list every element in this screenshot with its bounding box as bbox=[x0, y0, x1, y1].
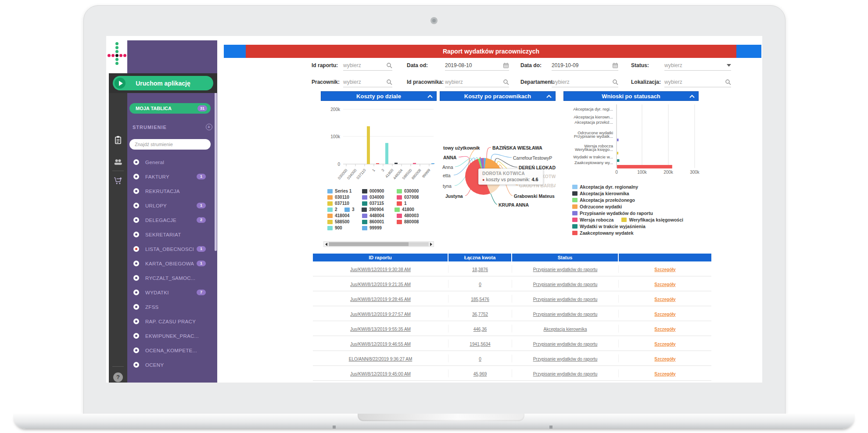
run-app-button[interactable]: Uruchom aplikację bbox=[113, 76, 213, 90]
sidebar-item-rekrutacja[interactable]: REKRUTACJA bbox=[127, 184, 217, 198]
help-icon[interactable]: ? bbox=[113, 372, 123, 382]
sidebar-item-sekretariat[interactable]: SEKRETARIAT bbox=[127, 227, 217, 242]
status-link[interactable]: Przypisanie wydatków do raportu bbox=[533, 312, 598, 317]
amount-link[interactable]: 0 bbox=[479, 282, 481, 287]
chevron-up-icon[interactable] bbox=[546, 95, 552, 98]
filter-field-id-raportu[interactable]: wybierz bbox=[343, 61, 392, 71]
sidebar-item-karta-obiegowa[interactable]: KARTA_OBIEGOWA1 bbox=[127, 256, 217, 271]
hbar-8[interactable] bbox=[617, 165, 672, 168]
details-link[interactable]: Szczegóły bbox=[654, 327, 675, 332]
status-link[interactable]: Przypisanie wydatków do raportu bbox=[533, 342, 598, 347]
bar-1[interactable] bbox=[376, 163, 379, 164]
details-link[interactable]: Szczegóły bbox=[654, 342, 675, 347]
filter-field-data-do[interactable]: 2019-10-09 bbox=[552, 61, 618, 71]
stream-search-input[interactable] bbox=[129, 139, 211, 150]
panel-header-koszty-po-pracownikach[interactable]: Koszty po pracownikach bbox=[440, 91, 556, 101]
details-link[interactable]: Szczegóły bbox=[654, 357, 675, 361]
sidebar-item-faktury[interactable]: FAKTURY1 bbox=[127, 169, 217, 184]
amount-link[interactable]: 185,5476 bbox=[471, 297, 489, 302]
bar-3[interactable] bbox=[385, 143, 388, 164]
sidebar-item-wydatki[interactable]: WYDATKI7 bbox=[127, 285, 217, 300]
chevron-up-icon[interactable] bbox=[427, 95, 433, 98]
sidebar-item-lista-obecnosci[interactable]: LISTA_OBECNOSCI1 bbox=[127, 242, 217, 256]
filter-field-status[interactable]: wybierz bbox=[664, 61, 731, 71]
details-link[interactable]: Szczegóły bbox=[654, 267, 675, 272]
report-id-link[interactable]: Jus/KWI/8/12/2019 9:28:45 AM bbox=[350, 297, 411, 302]
sidebar-item-rap-czasu-pracy[interactable]: RAP. CZASU PRACY bbox=[127, 314, 217, 329]
calendar-icon[interactable] bbox=[503, 62, 509, 68]
status-link[interactable]: Przypisanie wydatków do raportu bbox=[533, 282, 598, 287]
filter-field-departament[interactable]: wybierz bbox=[552, 77, 618, 87]
search-icon[interactable] bbox=[503, 79, 509, 85]
filter-field-id-pracownika[interactable]: wybierz bbox=[445, 77, 509, 87]
x-axis-tick: 037110 bbox=[355, 168, 367, 180]
sidebar-item-general[interactable]: General bbox=[127, 155, 217, 169]
bar-99999[interactable] bbox=[431, 163, 434, 164]
bar-037110[interactable] bbox=[367, 126, 370, 164]
panel-header-koszty-po-dziale[interactable]: Koszty po dziale bbox=[321, 91, 437, 101]
legend-wnioski-po-statusach: Akceptacja dyr. regionalnyAkceptacja kie… bbox=[572, 184, 683, 237]
details-link[interactable]: Szczegóły bbox=[654, 372, 675, 376]
report-id-link[interactable]: Jus/KWI/8/12/2019 9:27:57 AM bbox=[350, 312, 411, 317]
report-id-link[interactable]: Jus/KWI/8/12/2019 9:46:55 AM bbox=[350, 342, 411, 347]
search-icon[interactable] bbox=[725, 79, 731, 85]
report-id-link[interactable]: Jus/KWI/8/12/2019 9:30:38 AM bbox=[350, 267, 411, 272]
hbar-7[interactable] bbox=[617, 159, 619, 162]
search-icon[interactable] bbox=[386, 79, 392, 85]
amount-link[interactable]: 18,3876 bbox=[472, 267, 488, 272]
cart-plus-icon[interactable] bbox=[114, 176, 122, 185]
amount-link[interactable]: 1941,5634 bbox=[470, 342, 490, 347]
bar-41800[interactable] bbox=[395, 163, 398, 164]
details-link[interactable]: Szczegóły bbox=[654, 312, 675, 317]
sidebar-item-ocena-kompete-[interactable]: OCENA_KOMPETE... bbox=[127, 343, 217, 358]
hbar-6[interactable] bbox=[617, 152, 618, 154]
scroll-thumb[interactable] bbox=[329, 242, 409, 246]
sidebar-item-zfss[interactable]: ZFSS bbox=[127, 300, 217, 314]
report-id-link[interactable]: Jus/KWI/8/13/2019 9:55:35 AM bbox=[350, 327, 411, 332]
status-link[interactable]: Akceptacja kierownika bbox=[544, 327, 587, 332]
filter-label: Data od: bbox=[407, 61, 428, 70]
chart-tooltip: DOROTA KOTWICA● koszty vs pracownik: 4.6 bbox=[478, 168, 543, 185]
status-link[interactable]: Przypisanie wydatków do raportu bbox=[533, 357, 598, 361]
details-link[interactable]: Szczegóły bbox=[654, 297, 675, 302]
sidebar-item-urlopy[interactable]: URLOPY1 bbox=[127, 198, 217, 213]
streams-header: STRUMIENIE + bbox=[133, 124, 212, 130]
bar-588500[interactable] bbox=[413, 163, 416, 165]
clipboard-icon[interactable] bbox=[114, 136, 122, 144]
amount-link[interactable]: 446,36 bbox=[473, 327, 487, 332]
status-link[interactable]: Przypisanie wydatków do raportu bbox=[533, 372, 598, 376]
status-link[interactable]: Przypisanie wydatków do raportu bbox=[533, 267, 598, 272]
panel-header-wnioski-po-statusach[interactable]: Wnioski po statusach bbox=[563, 91, 699, 101]
chevron-up-icon[interactable] bbox=[689, 95, 695, 98]
filter-value: wybierz bbox=[664, 62, 682, 68]
calendar-icon[interactable] bbox=[612, 62, 618, 68]
filter-field-pracownik[interactable]: wybierz bbox=[343, 77, 392, 87]
caret-down-icon[interactable] bbox=[727, 64, 731, 67]
status-link[interactable]: Przypisanie wydatków do raportu bbox=[533, 297, 598, 302]
scroll-track[interactable] bbox=[329, 242, 429, 246]
chart-h-scrollbar[interactable] bbox=[323, 241, 434, 247]
report-id-link[interactable]: Jus/KWI/8/12/2019 9:21:35 AM bbox=[350, 282, 411, 287]
sidebar-item-delegacje[interactable]: DELEGACJE2 bbox=[127, 213, 217, 227]
sidebar-item-moja-tablica[interactable]: MOJA TABLICA 31 bbox=[129, 103, 211, 114]
scroll-left-icon[interactable] bbox=[325, 243, 327, 246]
sidebar-item-oceny[interactable]: OCENY bbox=[127, 358, 217, 372]
people-icon[interactable] bbox=[114, 157, 122, 166]
add-stream-icon[interactable]: + bbox=[206, 124, 212, 130]
scroll-right-icon[interactable] bbox=[430, 243, 432, 246]
details-link[interactable]: Szczegóły bbox=[654, 282, 675, 287]
legend-label: 880008 bbox=[404, 219, 419, 224]
amount-link[interactable]: 0 bbox=[479, 357, 481, 361]
report-id-link[interactable]: ELO/ANN/8/22/2019 9:36:27 AM bbox=[349, 357, 412, 361]
search-icon[interactable] bbox=[612, 79, 618, 85]
hbar-4[interactable] bbox=[617, 139, 619, 141]
filter-field-data-od[interactable]: 2019-08-10 bbox=[445, 61, 509, 71]
sidebar-item-ekwipunek-prac-[interactable]: EKWIPUNEK_PRAC... bbox=[127, 329, 217, 343]
sidebar-item-ryczalt-samoc-[interactable]: RYCZALT_SAMOC... bbox=[127, 271, 217, 285]
filter-field-lokalizacja[interactable]: wybierz bbox=[664, 77, 731, 87]
report-id-link[interactable]: Jus/KWI/8/12/2019 9:45:00 AM bbox=[350, 372, 411, 376]
table-cell: Szczegóły bbox=[619, 325, 711, 333]
search-icon[interactable] bbox=[386, 62, 392, 68]
amount-link[interactable]: 45,969 bbox=[473, 372, 487, 376]
amount-link[interactable]: 36,7752 bbox=[472, 312, 488, 317]
